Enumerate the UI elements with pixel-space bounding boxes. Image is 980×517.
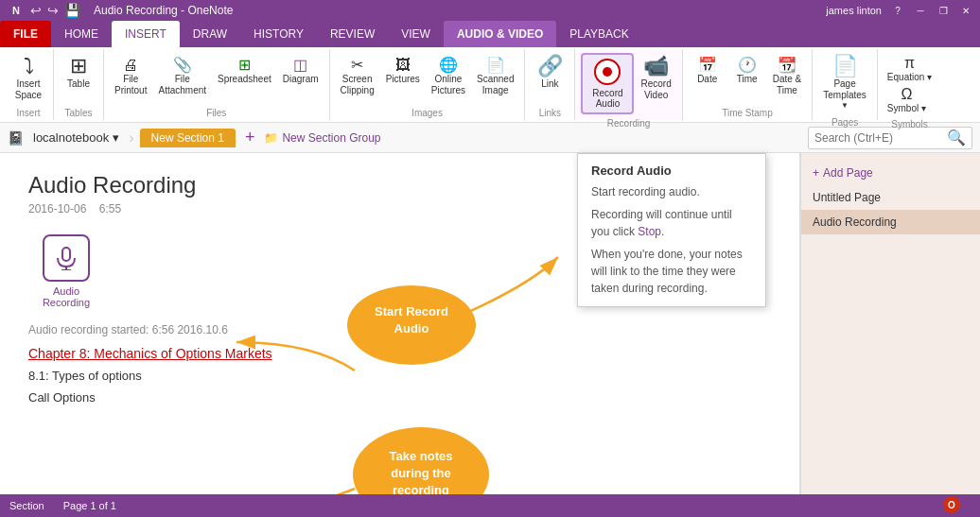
tab-draw[interactable]: DRAW: [180, 21, 240, 47]
table-button[interactable]: ⊞ Table: [60, 53, 97, 93]
office-logo-svg: O: [933, 495, 971, 514]
time-button[interactable]: 🕐 Time: [728, 53, 766, 88]
add-section-button[interactable]: +: [241, 128, 259, 147]
audio-recording-block[interactable]: Audio Recording: [28, 234, 104, 308]
tab-history[interactable]: HISTORY: [240, 21, 317, 47]
link-button[interactable]: 🔗 Link: [531, 53, 569, 93]
pictures-button[interactable]: 🖼 Pictures: [381, 53, 425, 88]
date-time-label: Date &Time: [773, 74, 802, 96]
page-templates-button[interactable]: 📄 PageTemplates ▼: [818, 53, 871, 113]
record-video-button[interactable]: 📹 RecordVideo: [636, 53, 675, 104]
pictures-icon: 🖼: [395, 56, 411, 74]
date-time-button[interactable]: 📆 Date &Time: [768, 53, 807, 99]
insert-space-icon: ⤵: [24, 56, 34, 77]
record-audio-label: RecordAudio: [592, 88, 622, 109]
ribbon-group-images-items: ✂ ScreenClipping 🖼 Pictures 🌐 OnlinePict…: [336, 51, 519, 106]
notebook-selector[interactable]: localnotebook ▾: [27, 129, 125, 146]
screen-clipping-button[interactable]: ✂ ScreenClipping: [336, 53, 379, 99]
search-icon: 🔍: [947, 129, 966, 146]
notebook-icon: 📓: [8, 130, 24, 146]
date-button[interactable]: 📅 Date: [689, 53, 726, 88]
scanned-image-label: ScannedImage: [477, 74, 514, 96]
spreadsheet-button[interactable]: ⊞ Spreadsheet: [213, 53, 276, 88]
scanned-image-button[interactable]: 📄 ScannedImage: [472, 53, 518, 99]
online-pictures-icon: 🌐: [439, 56, 458, 74]
ribbon-group-timestamp-items: 📅 Date 🕐 Time 📆 Date &Time: [689, 51, 807, 106]
screen-clipping-icon: ✂: [351, 56, 363, 74]
ribbon-group-recording-items: RecordAudio 📹 RecordVideo: [581, 51, 675, 116]
diagram-label: Diagram: [283, 74, 319, 85]
file-printout-icon: 🖨: [123, 56, 138, 74]
ribbon-group-symbols: π Equation ▾ Ω Symbol ▾ Symbols: [878, 49, 941, 120]
status-page: Page 1 of 1: [63, 500, 116, 511]
section-group[interactable]: 📁 New Section Group: [264, 131, 380, 145]
tooltip-line1: Start recording audio.: [591, 183, 752, 200]
diagram-icon: ◫: [293, 56, 307, 74]
section-tab[interactable]: New Section 1: [140, 129, 236, 147]
page-templates-label: PageTemplates: [823, 78, 866, 101]
insert-space-button[interactable]: ⤵ Insert Space: [9, 53, 47, 104]
tab-file[interactable]: FILE: [0, 21, 51, 47]
ribbon-group-pages: 📄 PageTemplates ▼ Pages: [813, 49, 878, 120]
ribbon-bar: ⤵ Insert Space Insert ⊞ Table Tables 🖨 F…: [0, 47, 980, 123]
minimize-button[interactable]: ─: [914, 4, 927, 17]
equation-icon: π: [904, 55, 915, 72]
file-attachment-label: FileAttachment: [158, 74, 206, 96]
symbol-button[interactable]: Ω Symbol ▾: [884, 84, 930, 115]
restore-button[interactable]: ❐: [936, 4, 950, 17]
quick-redo[interactable]: ↪: [47, 3, 59, 18]
call-options-text: Call Options: [28, 390, 771, 405]
status-section: Section: [9, 500, 44, 511]
diagram-button[interactable]: ◫ Diagram: [278, 53, 324, 88]
date-icon: 📅: [698, 56, 717, 74]
equation-label: Equation ▾: [887, 72, 932, 82]
spreadsheet-icon: ⊞: [238, 56, 251, 74]
add-page-icon: +: [813, 166, 819, 180]
ribbon-group-tables: ⊞ Table Tables: [54, 49, 104, 120]
file-printout-button[interactable]: 🖨 FilePrintout: [110, 53, 151, 99]
tab-audio-video[interactable]: AUDIO & VIDEO: [444, 21, 556, 47]
tab-view[interactable]: VIEW: [388, 21, 444, 47]
tooltip-popup: Record Audio Start recording audio. Reco…: [577, 153, 766, 307]
ribbon-tabs: FILE HOME INSERT DRAW HISTORY REVIEW VIE…: [0, 21, 980, 47]
page-item-untitled[interactable]: Untitled Page: [801, 185, 980, 210]
table-label: Table: [67, 78, 90, 90]
files-group-label: Files: [110, 106, 324, 118]
ribbon-group-recording: RecordAudio 📹 RecordVideo Recording: [575, 49, 682, 120]
title-bar-right: james linton ? ─ ❐ ✕: [826, 4, 972, 17]
tooltip-title: Record Audio: [591, 164, 752, 178]
tab-review[interactable]: REVIEW: [317, 21, 388, 47]
online-pictures-button[interactable]: 🌐 OnlinePictures: [427, 53, 470, 99]
help-button[interactable]: ?: [891, 4, 904, 17]
insert-space-label: Insert Space: [15, 78, 42, 101]
file-printout-label: FilePrintout: [114, 74, 147, 96]
insert-group-label: Insert: [9, 106, 47, 118]
ribbon-group-symbols-items: π Equation ▾ Ω Symbol ▾: [884, 51, 936, 117]
equation-button[interactable]: π Equation ▾: [884, 53, 936, 84]
notebook-nav: 📓 localnotebook ▾ ›: [8, 129, 134, 146]
images-group-label: Images: [336, 106, 519, 118]
quick-undo[interactable]: ↩: [30, 3, 42, 18]
file-attachment-button[interactable]: 📎 FileAttachment: [153, 53, 211, 99]
svg-rect-0: [62, 248, 70, 261]
status-bar: Section Page 1 of 1 O: [0, 494, 980, 517]
ribbon-group-tables-items: ⊞ Table: [60, 51, 97, 106]
office-logo: O: [933, 495, 971, 516]
record-audio-button[interactable]: RecordAudio: [581, 53, 634, 114]
close-button[interactable]: ✕: [959, 4, 972, 17]
scanned-image-icon: 📄: [486, 56, 505, 74]
chapter-link[interactable]: Chapter 8: Mechanics of Options Markets: [28, 346, 771, 361]
page-item-audio[interactable]: Audio Recording: [801, 210, 980, 234]
search-box[interactable]: 🔍: [808, 127, 972, 149]
tab-insert[interactable]: INSERT: [112, 21, 180, 47]
svg-text:O: O: [948, 500, 955, 510]
search-input[interactable]: [814, 131, 947, 145]
add-page-button[interactable]: + Add Page: [801, 161, 980, 185]
symbols-group-label: Symbols: [884, 117, 936, 129]
title-bar: N ↩ ↪ 💾 Audio Recording - OneNote james …: [0, 0, 980, 21]
date-time-icon: 📆: [778, 56, 796, 74]
tab-playback[interactable]: PLAYBACK: [556, 21, 641, 47]
quick-save[interactable]: 💾: [64, 3, 80, 18]
file-attachment-icon: 📎: [173, 56, 192, 74]
tab-home[interactable]: HOME: [51, 21, 112, 47]
